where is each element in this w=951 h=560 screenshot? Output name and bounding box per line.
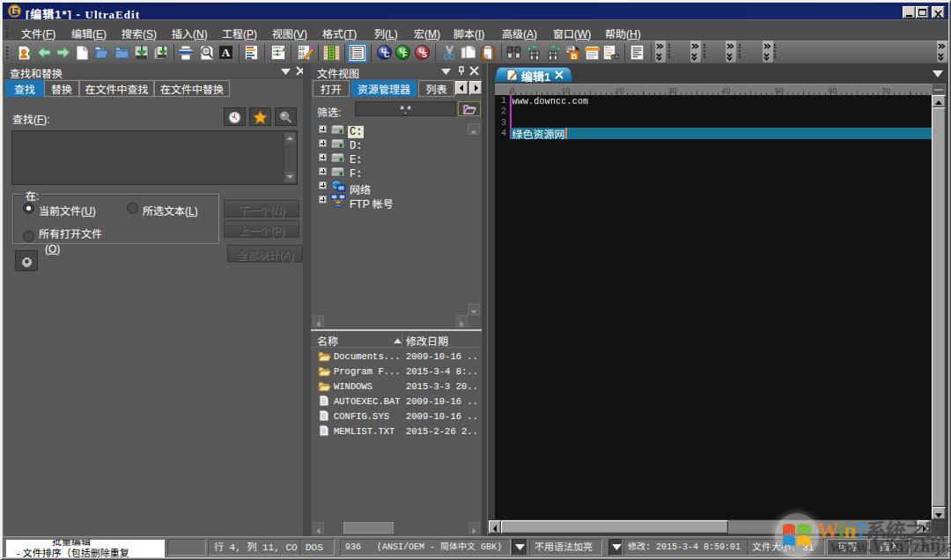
svg-text:B: B xyxy=(571,52,578,61)
svg-text:S: S xyxy=(422,50,427,59)
svg-text:C: C xyxy=(384,50,390,59)
svg-text:F: F xyxy=(402,50,408,59)
svg-text:A: A xyxy=(222,46,231,59)
